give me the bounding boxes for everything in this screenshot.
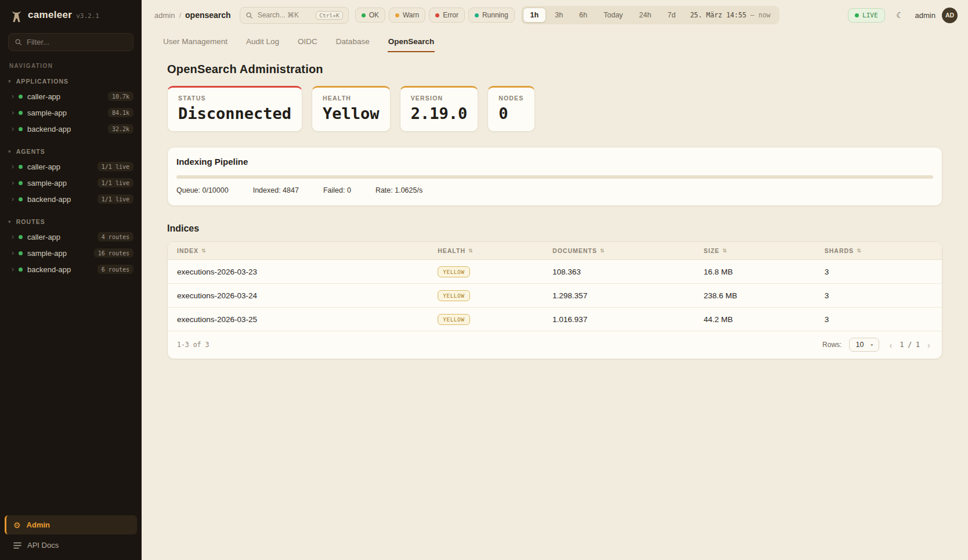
column-header-size[interactable]: SIZE ⇅ <box>703 247 824 254</box>
sidebar-item-routes-sample-app[interactable]: › sample-app 16 routes <box>0 245 142 261</box>
count-badge: 16 routes <box>94 248 133 258</box>
search-placeholder: Search... ⌘K <box>258 11 312 19</box>
indices-table: INDEX ⇅ HEALTH ⇅ DOCUMENTS ⇅ SIZE ⇅ SHAR… <box>167 241 942 359</box>
ok-status-dot <box>362 13 366 17</box>
section-label: ROUTES <box>16 218 45 225</box>
chevron-right-icon: › <box>12 93 14 100</box>
sidebar-filter-input[interactable] <box>27 38 127 46</box>
table-row[interactable]: executions-2026-03-24 YELLOW 1.298.357 2… <box>168 284 942 308</box>
chevron-down-icon: ▾ <box>871 342 873 348</box>
status-dot <box>19 165 23 169</box>
datetime-label: 25. März 14:55 <box>690 11 746 19</box>
caret-down-icon: ▾ <box>8 149 12 154</box>
pipeline-failed: Failed: 0 <box>323 186 351 194</box>
column-header-health[interactable]: HEALTH ⇅ <box>438 247 552 254</box>
stat-label: VERSION <box>411 95 468 102</box>
sidebar-item-agents-backend-app[interactable]: › backend-app 1/1 live <box>0 191 142 207</box>
sidebar-filter[interactable] <box>8 33 133 51</box>
indices-title: Indices <box>167 223 942 234</box>
rows-per-page-select[interactable]: 10 ▾ <box>849 338 879 352</box>
sidebar-item-agents-caller-app[interactable]: › caller-app 1/1 live <box>0 158 142 175</box>
caret-down-icon: ▾ <box>8 78 12 84</box>
cell-shards: 3 <box>825 291 933 300</box>
stat-cards: STATUS Disconnected HEALTH Yellow VERSIO… <box>167 86 942 132</box>
sort-icon: ⇅ <box>468 248 474 254</box>
filter-pill-warn[interactable]: Warn <box>389 8 425 23</box>
status-dot <box>19 127 23 131</box>
cell-size: 16.8 MB <box>703 268 824 276</box>
api-docs-label: API Docs <box>27 541 59 550</box>
sidebar-item-admin[interactable]: ⚙ Admin <box>5 515 137 534</box>
filter-pill-error[interactable]: Error <box>429 8 465 23</box>
cell-shards: 3 <box>825 315 933 324</box>
health-badge: YELLOW <box>438 290 469 301</box>
stat-card-version: VERSION 2.19.0 <box>400 86 479 132</box>
sidebar-item-applications-sample-app[interactable]: › sample-app 84.1k <box>0 104 142 121</box>
sidebar-item-label: sample-app <box>27 249 67 258</box>
time-range-1h[interactable]: 1h <box>523 8 547 23</box>
section-header-routes[interactable]: ▾ ROUTES <box>0 216 142 229</box>
tab-database[interactable]: Database <box>335 32 370 52</box>
table-row[interactable]: executions-2026-03-25 YELLOW 1.016.937 4… <box>168 308 942 331</box>
time-range-6h[interactable]: 6h <box>572 8 595 23</box>
sidebar-item-routes-caller-app[interactable]: › caller-app 4 routes <box>0 229 142 245</box>
count-badge: 10.7k <box>108 92 133 101</box>
chevron-right-icon: › <box>12 125 14 132</box>
rows-per-page-label: Rows: <box>822 341 841 349</box>
count-badge: 32.2k <box>108 124 133 133</box>
cell-documents: 1.298.357 <box>552 291 703 300</box>
status-dot <box>19 268 23 272</box>
column-label: INDEX <box>177 247 198 254</box>
sidebar-item-api-docs[interactable]: API Docs <box>5 534 137 551</box>
filter-pill-ok[interactable]: OK <box>355 8 385 23</box>
chevron-right-icon: › <box>12 250 14 256</box>
column-header-index[interactable]: INDEX ⇅ <box>177 247 438 254</box>
prev-page-button[interactable]: ‹ <box>887 340 894 350</box>
breadcrumb-parent[interactable]: admin <box>154 11 175 20</box>
avatar[interactable]: AD <box>942 8 958 23</box>
table-row[interactable]: executions-2026-03-23 YELLOW 108.363 16.… <box>168 260 942 284</box>
tab-oidc[interactable]: OIDC <box>297 32 318 52</box>
time-range-selector: 1h 3h 6h Today 24h 7d 25. März 14:55 — n… <box>521 6 779 24</box>
filter-label: Warn <box>403 11 419 19</box>
sidebar-item-applications-backend-app[interactable]: › backend-app 32.2k <box>0 121 142 137</box>
table-header-row: INDEX ⇅ HEALTH ⇅ DOCUMENTS ⇅ SIZE ⇅ SHAR… <box>168 242 942 260</box>
sidebar-item-agents-sample-app[interactable]: › sample-app 1/1 live <box>0 175 142 191</box>
column-header-shards[interactable]: SHARDS ⇅ <box>825 247 933 254</box>
time-range-today[interactable]: Today <box>596 8 630 23</box>
status-dot <box>19 95 23 99</box>
breadcrumb-separator: / <box>179 11 181 20</box>
main-area: admin / opensearch Search... ⌘K Ctrl+K O… <box>142 0 968 560</box>
next-page-button[interactable]: › <box>925 340 933 350</box>
tab-opensearch[interactable]: OpenSearch <box>388 32 435 52</box>
section-header-agents[interactable]: ▾ AGENTS <box>0 146 142 158</box>
time-range-display[interactable]: 25. März 14:55 — now <box>684 11 778 19</box>
stat-label: STATUS <box>178 95 291 102</box>
chevron-right-icon: › <box>12 179 14 186</box>
admin-tabs: User Management Audit Log OIDC Database … <box>142 29 968 52</box>
sidebar-item-applications-caller-app[interactable]: › caller-app 10.7k <box>0 88 142 104</box>
gear-icon: ⚙ <box>13 521 21 529</box>
time-range-24h[interactable]: 24h <box>631 8 659 23</box>
global-search[interactable]: Search... ⌘K Ctrl+K <box>240 7 349 24</box>
time-range-3h[interactable]: 3h <box>547 8 570 23</box>
health-badge: YELLOW <box>438 314 469 325</box>
section-header-applications[interactable]: ▾ APPLICATIONS <box>0 76 142 88</box>
column-header-documents[interactable]: DOCUMENTS ⇅ <box>552 247 703 254</box>
theme-toggle-button[interactable]: ☾ <box>891 6 909 24</box>
stat-label: NODES <box>499 95 523 102</box>
time-range-7d[interactable]: 7d <box>660 8 683 23</box>
now-label: now <box>758 11 771 19</box>
tab-audit-log[interactable]: Audit Log <box>245 32 280 52</box>
sidebar-item-label: caller-app <box>27 162 60 171</box>
filter-pill-running[interactable]: Running <box>468 8 515 23</box>
table-footer-controls: Rows: 10 ▾ ‹ 1 / 1 › <box>822 338 933 352</box>
sidebar-item-label: backend-app <box>27 195 71 204</box>
live-badge[interactable]: LIVE <box>848 8 885 23</box>
stat-value: Yellow <box>323 104 380 122</box>
sidebar-section-routes: ▾ ROUTES › caller-app 4 routes › sample-… <box>0 216 142 277</box>
sidebar-section-agents: ▾ AGENTS › caller-app 1/1 live › sample-… <box>0 146 142 207</box>
chevron-right-icon: › <box>12 266 14 273</box>
sidebar-item-routes-backend-app[interactable]: › backend-app 6 routes <box>0 261 142 277</box>
tab-user-management[interactable]: User Management <box>162 32 228 52</box>
